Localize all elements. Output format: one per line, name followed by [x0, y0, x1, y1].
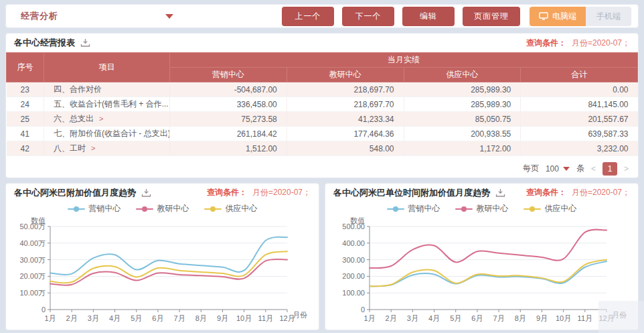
- chevron-down-icon[interactable]: [165, 14, 173, 19]
- col-header-item: 项目: [44, 53, 170, 82]
- query-label: 查询条件：: [207, 187, 247, 198]
- svg-text:11月: 11月: [577, 314, 592, 322]
- legend-item[interactable]: 供应中心: [204, 203, 258, 214]
- cell-value: 201,557.67: [521, 112, 638, 127]
- download-icon[interactable]: [80, 38, 90, 48]
- svg-text:3月: 3月: [406, 314, 418, 322]
- cell-value: 41,233.34: [287, 112, 404, 127]
- svg-text:1月: 1月: [364, 314, 375, 322]
- next-button[interactable]: 下一个: [342, 7, 394, 26]
- mobile-view-button[interactable]: 手机端: [586, 7, 631, 26]
- cell-seq: 25: [7, 112, 44, 127]
- table-row: 42八、工时>1,512.00548.001,172.003,232.00: [7, 141, 638, 156]
- page-manage-button[interactable]: 页面管理: [463, 7, 520, 26]
- legend-label: 营销中心: [408, 203, 440, 214]
- legend-item[interactable]: 供应中心: [524, 203, 577, 214]
- svg-text:2月: 2月: [385, 314, 396, 322]
- report-title: 各中心经营报表: [14, 37, 75, 49]
- legend-item[interactable]: 教研中心: [455, 203, 509, 214]
- svg-text:9月: 9月: [536, 314, 547, 322]
- pagination: 每页 100 条 < 1 >: [6, 160, 638, 178]
- pc-view-label: 电脑端: [552, 11, 576, 22]
- cell-value: 85,050.75: [404, 112, 521, 127]
- cell-value: -504,687.00: [170, 82, 287, 97]
- cell-value: 548.00: [287, 141, 404, 156]
- cell-value: 1,512.00: [170, 141, 287, 156]
- svg-text:40.00万: 40.00万: [19, 239, 46, 247]
- chart-title: 各中心阿米巴单位时间附加价值月度趋势: [333, 187, 490, 199]
- chart-legend: 营销中心教研中心供应中心: [6, 202, 319, 216]
- monitor-icon: [539, 12, 548, 20]
- svg-text:6月: 6月: [152, 314, 163, 322]
- table-row: 24五、收益合计(销售毛利 + 合作...336,458.00218,697.7…: [7, 97, 638, 112]
- pc-view-button[interactable]: 电脑端: [530, 7, 586, 26]
- svg-text:200.00: 200.00: [342, 272, 365, 280]
- svg-text:30.00万: 30.00万: [19, 255, 46, 263]
- prev-button[interactable]: 上一个: [282, 7, 334, 26]
- svg-text:4月: 4月: [108, 314, 120, 322]
- cell-seq: 41: [7, 127, 44, 141]
- col-header-marketing: 营销中心: [170, 68, 287, 82]
- svg-text:3月: 3月: [87, 314, 98, 322]
- legend-label: 供应中心: [226, 203, 258, 214]
- cell-value: 639,587.33: [521, 127, 638, 141]
- legend-item[interactable]: 营销中心: [387, 203, 440, 214]
- svg-text:7月: 7月: [493, 314, 504, 322]
- cell-seq: 23: [7, 82, 44, 97]
- legend-label: 供应中心: [545, 203, 577, 214]
- svg-text:10月: 10月: [556, 314, 571, 322]
- dashboard-page: 经营分析 上一个 下一个 编辑 页面管理 电脑端 手机端 各中心经营报表 查询条…: [0, 0, 644, 333]
- query-value: 月份=2020-07；: [572, 187, 630, 198]
- cell-item: 八、工时>: [44, 141, 170, 156]
- table-row: 25六、总支出>75,273.5841,233.3485,050.75201,5…: [7, 112, 638, 127]
- download-icon[interactable]: [495, 188, 505, 198]
- svg-text:0: 0: [360, 306, 364, 314]
- cell-value: 285,989.30: [404, 97, 521, 112]
- unit-label: 条: [576, 163, 584, 174]
- svg-text:月份: 月份: [293, 311, 307, 319]
- watermark: [598, 301, 644, 333]
- legend-marker-icon: [68, 206, 85, 212]
- query-label: 查询条件：: [526, 187, 566, 198]
- svg-text:数值: 数值: [31, 217, 46, 224]
- expand-row-icon[interactable]: >: [99, 115, 103, 123]
- cell-value: 336,458.00: [170, 97, 287, 112]
- svg-text:400.00: 400.00: [342, 239, 365, 247]
- query-label: 查询条件：: [526, 38, 566, 49]
- cell-value: 261,184.42: [170, 127, 287, 141]
- per-page-label: 每页: [523, 163, 539, 174]
- download-icon[interactable]: [141, 188, 151, 198]
- cell-value: 841,145.00: [521, 97, 638, 112]
- legend-label: 教研中心: [477, 203, 509, 214]
- legend-marker-icon: [524, 206, 541, 212]
- cell-seq: 24: [7, 97, 44, 112]
- page-size-select[interactable]: 100: [546, 164, 570, 174]
- edit-button[interactable]: 编辑: [402, 7, 455, 26]
- chevron-down-icon: [563, 167, 570, 171]
- svg-text:数值: 数值: [350, 217, 365, 224]
- svg-text:1月: 1月: [44, 314, 56, 322]
- legend-item[interactable]: 教研中心: [136, 203, 189, 214]
- line-chart: 0100.00200.00300.00400.00500.001月2月3月4月5…: [329, 217, 635, 330]
- report-table: 序号 项目 当月实绩 营销中心 教研中心 供应中心 合计 23四、合作对价-50…: [6, 52, 638, 160]
- device-toggle: 电脑端 手机端: [530, 7, 631, 26]
- line-chart: 010.00万20.00万30.00万40.00万50.00万1月2月3月4月5…: [10, 217, 315, 330]
- svg-text:4月: 4月: [428, 314, 439, 322]
- table-row: 41七、附加价值(收益合计 - 总支出)261,184.42177,464.36…: [7, 127, 638, 141]
- svg-text:300.00: 300.00: [342, 255, 365, 263]
- legend-item[interactable]: 营销中心: [68, 203, 121, 214]
- report-table-body: 23四、合作对价-504,687.00218,697.70285,989.300…: [7, 82, 638, 160]
- col-header-supply: 供应中心: [404, 68, 521, 82]
- legend-label: 教研中心: [157, 203, 189, 214]
- legend-label: 营销中心: [89, 203, 121, 214]
- expand-row-icon[interactable]: >: [91, 144, 95, 152]
- cell-value: 3,232.00: [521, 141, 638, 156]
- next-page-button[interactable]: >: [624, 164, 629, 174]
- svg-text:5月: 5月: [131, 314, 142, 322]
- page-number[interactable]: 1: [602, 162, 617, 176]
- svg-text:11月: 11月: [258, 314, 272, 322]
- col-header-total: 合计: [521, 68, 638, 82]
- prev-page-button[interactable]: <: [591, 164, 596, 174]
- svg-text:2月: 2月: [66, 314, 77, 322]
- page-size-value: 100: [546, 164, 559, 174]
